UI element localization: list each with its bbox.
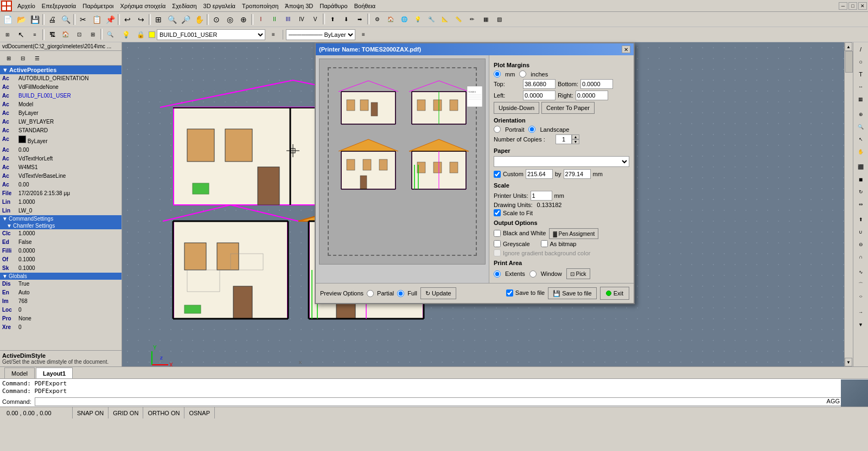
toolbar-extra-10[interactable]: 🏠: [384, 14, 397, 25]
rt-fillet-btn[interactable]: ⌔: [854, 291, 867, 303]
menu-window[interactable]: Παράθυρο: [316, 2, 350, 10]
ignore-gradient-checkbox[interactable]: [494, 249, 501, 256]
copies-input[interactable]: [556, 134, 572, 144]
rt-circle-btn[interactable]: ○: [854, 56, 867, 68]
props-filter-btn[interactable]: ⊞: [2, 52, 15, 64]
open-file-button[interactable]: 📂: [15, 14, 28, 25]
dialog-close-button[interactable]: ✕: [622, 46, 630, 53]
app-logo[interactable]: [1, 1, 12, 11]
pick-button[interactable]: ⊡ Pick: [566, 268, 590, 279]
print-button[interactable]: 🖨: [46, 14, 59, 25]
copy-button[interactable]: 📋: [90, 14, 103, 25]
scale-to-fit-checkbox[interactable]: [494, 209, 501, 216]
rt-mirror-btn[interactable]: ⇔: [854, 198, 867, 210]
inches-radio[interactable]: [519, 70, 526, 78]
pan-button[interactable]: ✋: [193, 14, 206, 25]
save-file-checkbox[interactable]: [506, 289, 513, 297]
printer-units-input[interactable]: [531, 191, 552, 201]
exit-button[interactable]: Exit: [600, 287, 629, 300]
save-to-file-button[interactable]: 💾 Save to file: [548, 287, 596, 299]
snap-status[interactable]: SNAP ON: [73, 407, 108, 418]
menu-help[interactable]: Βοήθεια: [351, 2, 379, 10]
upside-down-button[interactable]: Upside-Down: [494, 102, 539, 114]
r2-search-btn[interactable]: 🔍: [104, 29, 117, 41]
toolbar-extra-18[interactable]: ▧: [493, 14, 506, 25]
paper-width-input[interactable]: [526, 169, 553, 179]
scroll-thumb[interactable]: [845, 51, 853, 73]
toolbar-extra-12[interactable]: 💡: [411, 14, 424, 25]
vertical-scrollbar[interactable]: ▲ ▼: [844, 42, 853, 366]
scroll-down-button[interactable]: ▼: [845, 358, 852, 366]
toolbar-extra-16[interactable]: ✏: [465, 14, 478, 25]
margin-left-input[interactable]: [523, 91, 556, 100]
partial-radio[interactable]: [367, 290, 374, 297]
zoom-in-button[interactable]: 🔍: [165, 14, 178, 25]
rt-select-btn[interactable]: ↖: [854, 133, 867, 145]
r2-btn-2[interactable]: 🏠: [59, 29, 72, 41]
rt-union-btn[interactable]: ∪: [854, 226, 867, 238]
chamfer-header[interactable]: ▼ Chamfer Settings: [0, 222, 122, 229]
rt-hatch-btn[interactable]: ▦: [854, 93, 867, 105]
rt-snap-btn[interactable]: ⊕: [854, 108, 867, 120]
r2-btn-1[interactable]: 🏗: [46, 29, 59, 41]
toolbar-extra-2[interactable]: II: [268, 14, 281, 25]
model-tab[interactable]: Model: [4, 368, 35, 378]
toolbar-extra-17[interactable]: ▦: [479, 14, 492, 25]
grid-status[interactable]: GRID ON: [108, 407, 143, 418]
circle-snap-button[interactable]: ⊙: [210, 14, 223, 25]
paper-height-input[interactable]: [564, 169, 591, 179]
custom-checkbox[interactable]: [494, 171, 501, 178]
scroll-track[interactable]: [845, 51, 853, 358]
close-button[interactable]: ✕: [858, 2, 867, 10]
toolbar-extra-4[interactable]: IV: [295, 14, 308, 25]
rt-3d-btn[interactable]: ⬛: [854, 161, 867, 173]
grid-button[interactable]: ⊕: [237, 14, 250, 25]
paste-button[interactable]: 📌: [104, 14, 117, 25]
print-preview-button[interactable]: 🔍: [59, 14, 72, 25]
new-file-button[interactable]: 📄: [1, 14, 14, 25]
light-bulb-icon[interactable]: 💡: [119, 29, 132, 41]
rt-rotate-btn[interactable]: ↻: [854, 186, 867, 198]
toolbar-extra-14[interactable]: 📐: [438, 14, 451, 25]
menu-file[interactable]: Αρχείο: [14, 2, 39, 10]
cut-button[interactable]: ✂: [76, 14, 90, 25]
center-to-paper-button[interactable]: Center To Paper: [541, 102, 595, 114]
menu-modify[interactable]: Τροποποίηση: [239, 2, 282, 10]
toolbar-extra-9[interactable]: ⚙: [371, 14, 384, 25]
command-input[interactable]: [35, 397, 859, 406]
linestyle-icon[interactable]: ≡: [357, 29, 370, 41]
ortho-status[interactable]: ORTHO ON: [143, 407, 184, 418]
copies-increment-button[interactable]: ▲: [572, 134, 579, 139]
toolbar-extra-3[interactable]: III: [282, 14, 295, 25]
props-view-btn[interactable]: ☰: [30, 52, 43, 64]
rt-curve-btn[interactable]: ∿: [854, 266, 867, 278]
scroll-up-button[interactable]: ▲: [845, 42, 852, 51]
snap-toggle-button[interactable]: ⊞: [1, 29, 14, 41]
paper-size-dropdown[interactable]: [494, 156, 629, 167]
as-bitmap-checkbox[interactable]: [541, 240, 548, 247]
layer-manager-button[interactable]: ≡: [28, 29, 41, 41]
layer-dropdown[interactable]: BUILD_FL001_USER: [157, 29, 265, 40]
toolbar-extra-8[interactable]: ➡: [353, 14, 366, 25]
linestyle-dropdown[interactable]: ──────── ByLayer: [286, 29, 355, 40]
full-radio[interactable]: [397, 290, 404, 297]
layout1-tab[interactable]: Layout1: [36, 368, 73, 378]
layer-icon[interactable]: ≡: [267, 29, 280, 41]
toolbar-extra-1[interactable]: I: [254, 14, 267, 25]
toolbar-extra-15[interactable]: 📏: [452, 14, 465, 25]
mm-radio[interactable]: [494, 70, 501, 78]
redo-button[interactable]: ↪: [135, 14, 148, 25]
menu-tools[interactable]: Χρήσιμα στοιχεία: [117, 2, 169, 10]
menu-3dtools[interactable]: 3D εργαλεία: [200, 2, 239, 10]
rt-text-btn[interactable]: T: [854, 68, 867, 80]
props-sort-btn[interactable]: ⊟: [16, 52, 29, 64]
active-properties-header[interactable]: ▼ ActiveProperties: [0, 66, 122, 74]
portrait-radio[interactable]: [494, 126, 501, 133]
maximize-button[interactable]: □: [848, 2, 857, 10]
zoom-out-button[interactable]: 🔎: [179, 14, 192, 25]
toolbar-extra-11[interactable]: 🌐: [398, 14, 411, 25]
margin-bottom-input[interactable]: [580, 79, 613, 89]
rt-polyline-btn[interactable]: ⌒: [854, 279, 867, 291]
undo-button[interactable]: ↩: [121, 14, 134, 25]
globals-header[interactable]: ▼ Globals: [0, 273, 122, 280]
